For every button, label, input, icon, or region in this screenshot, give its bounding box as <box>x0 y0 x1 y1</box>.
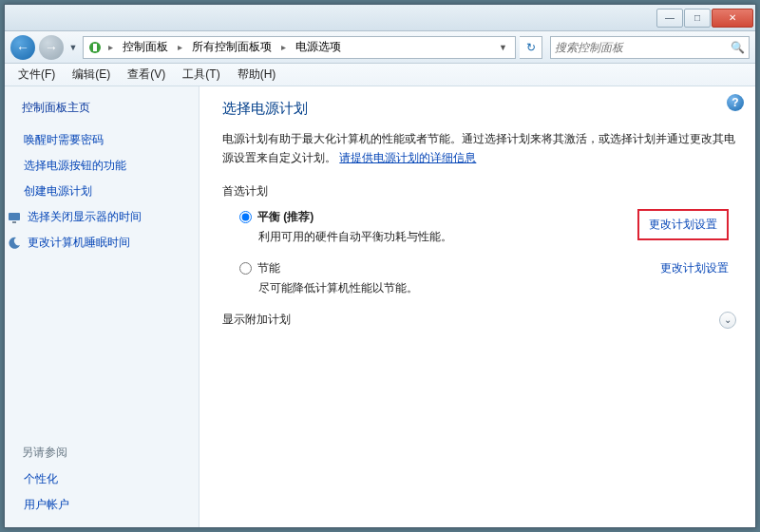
menu-file[interactable]: 文件(F) <box>10 64 63 86</box>
page-description: 电源计划有助于最大化计算机的性能或者节能。通过选择计划来将其激活，或选择计划并通… <box>222 129 736 168</box>
sidebar-link-sleep-time[interactable]: 更改计算机睡眠时间 <box>5 230 193 256</box>
plan-name: 节能 <box>257 260 280 276</box>
menu-view[interactable]: 查看(V) <box>120 64 173 86</box>
nav-forward-button[interactable]: → <box>39 35 64 60</box>
plan-desc: 尽可能降低计算机性能以节能。 <box>258 280 736 296</box>
minimize-button[interactable]: — <box>656 9 683 28</box>
sidebar-see-also: 另请参阅 个性化 用户帐户 <box>22 437 193 518</box>
plan-name: 平衡 (推荐) <box>257 209 314 225</box>
show-additional-plans-row[interactable]: 显示附加计划 ⌄ <box>222 312 736 329</box>
sidebar: 控制面板主页 唤醒时需要密码 选择电源按钮的功能 创建电源计划 选择关闭显示器的… <box>5 86 200 527</box>
help-icon[interactable]: ? <box>727 94 744 111</box>
sleep-icon <box>7 236 22 251</box>
close-button[interactable]: ✕ <box>712 9 753 28</box>
breadcrumb-item[interactable]: 控制面板 <box>119 37 172 57</box>
titlebar: — □ ✕ <box>5 5 755 31</box>
see-also-user-accounts[interactable]: 用户帐户 <box>22 492 193 518</box>
sidebar-link-label: 创建电源计划 <box>24 183 92 200</box>
sidebar-link-label: 更改计算机睡眠时间 <box>28 235 130 251</box>
menu-tools[interactable]: 工具(T) <box>175 64 227 86</box>
change-plan-settings-link[interactable]: 更改计划设置 <box>660 260 729 276</box>
sidebar-link-label: 选择电源按钮的功能 <box>24 158 126 174</box>
svg-rect-3 <box>12 221 16 223</box>
search-box[interactable]: 🔍 <box>550 36 750 59</box>
description-text: 电源计划有助于最大化计算机的性能或者节能。通过选择计划来将其激活，或选择计划并通… <box>222 132 735 164</box>
content: ? 选择电源计划 电源计划有助于最大化计算机的性能或者节能。通过选择计划来将其激… <box>200 86 755 527</box>
sidebar-link-wake-password[interactable]: 唤醒时需要密码 <box>22 127 193 153</box>
power-plan-saver: 节能 尽可能降低计算机性能以节能。 更改计划设置 <box>239 260 736 296</box>
breadcrumb-item[interactable]: 所有控制面板项 <box>188 37 276 57</box>
menu-edit[interactable]: 编辑(E) <box>65 64 118 86</box>
crumb-sep-icon: ▸ <box>279 42 288 52</box>
description-link[interactable]: 请提供电源计划的详细信息 <box>339 151 476 164</box>
nav-back-button[interactable]: ← <box>10 35 35 60</box>
monitor-icon <box>7 210 22 225</box>
sidebar-link-label: 唤醒时需要密码 <box>24 132 104 148</box>
preferred-plans-label: 首选计划 <box>222 183 736 200</box>
sidebar-link-display-off[interactable]: 选择关闭显示器的时间 <box>5 204 193 230</box>
change-plan-settings-link[interactable]: 更改计划设置 <box>637 209 729 240</box>
breadcrumb-item[interactable]: 电源选项 <box>292 37 345 57</box>
address-dropdown[interactable]: ▼ <box>495 43 511 52</box>
navbar: ← → ▼ ▸ 控制面板 ▸ 所有控制面板项 ▸ 电源选项 ▼ ↻ 🔍 <box>5 31 755 64</box>
plan-radio-balanced[interactable] <box>239 211 252 223</box>
chevron-down-icon[interactable]: ⌄ <box>719 312 736 329</box>
crumb-sep-icon: ▸ <box>106 42 115 52</box>
svg-rect-2 <box>9 213 20 220</box>
svg-rect-1 <box>93 44 97 51</box>
sidebar-heading[interactable]: 控制面板主页 <box>22 100 193 116</box>
see-also-label: 另请参阅 <box>22 445 193 461</box>
window: — □ ✕ ← → ▼ ▸ 控制面板 ▸ 所有控制面板项 ▸ 电源选项 ▼ ↻ … <box>4 4 756 528</box>
refresh-button[interactable]: ↻ <box>520 36 542 59</box>
maximize-button[interactable]: □ <box>684 9 711 28</box>
body: 控制面板主页 唤醒时需要密码 选择电源按钮的功能 创建电源计划 选择关闭显示器的… <box>5 86 755 527</box>
sidebar-link-power-button[interactable]: 选择电源按钮的功能 <box>22 153 193 179</box>
sidebar-link-create-plan[interactable]: 创建电源计划 <box>22 179 193 204</box>
address-bar[interactable]: ▸ 控制面板 ▸ 所有控制面板项 ▸ 电源选项 ▼ <box>83 36 516 59</box>
page-title: 选择电源计划 <box>222 100 736 118</box>
power-plan-balanced: 平衡 (推荐) 利用可用的硬件自动平衡功耗与性能。 更改计划设置 <box>239 209 736 245</box>
menubar: 文件(F) 编辑(E) 查看(V) 工具(T) 帮助(H) <box>5 64 755 86</box>
crumb-sep-icon: ▸ <box>176 42 184 52</box>
show-additional-plans-label: 显示附加计划 <box>222 312 291 328</box>
search-input[interactable] <box>555 41 731 54</box>
search-icon[interactable]: 🔍 <box>731 41 745 54</box>
sidebar-link-label: 选择关闭显示器的时间 <box>28 209 142 225</box>
menu-help[interactable]: 帮助(H) <box>230 64 284 86</box>
see-also-personalization[interactable]: 个性化 <box>22 466 193 492</box>
nav-history-dropdown[interactable]: ▼ <box>67 43 79 52</box>
control-panel-icon <box>87 40 103 55</box>
plan-radio-saver[interactable] <box>239 262 252 275</box>
